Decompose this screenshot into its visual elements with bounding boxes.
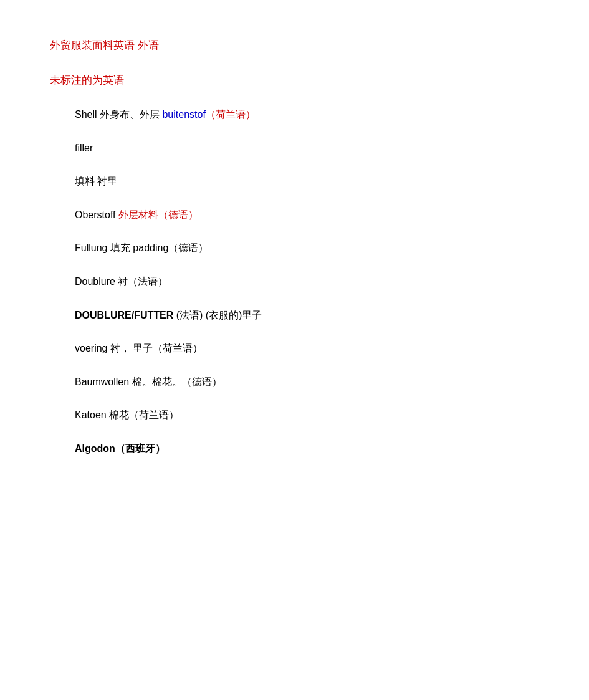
entry-text-lang-label: 外层材料（德语）: [118, 209, 198, 220]
list-item: filler: [75, 140, 539, 156]
list-item: 填料 衬里: [75, 173, 539, 189]
entry-text-en: Oberstoff: [75, 209, 118, 220]
list-item: Baumwollen 棉。棉花。（德语）: [75, 374, 539, 390]
entry-text-foreign: buitenstof: [162, 109, 205, 120]
entry-text-en: Shell: [75, 109, 97, 120]
entry-text-en: Baumwollen 棉。棉花。（德语）: [75, 376, 222, 387]
page-title: 外贸服装面料英语 外语: [50, 37, 539, 54]
entry-list: Shell 外身布、外层 buitenstof（荷兰语）filler填料 衬里O…: [75, 107, 539, 457]
list-item: Algodon（西班牙）: [75, 441, 539, 457]
list-item: Oberstoff 外层材料（德语）: [75, 207, 539, 223]
entry-text-cn: (法语) (衣服的)里子: [173, 310, 262, 320]
list-item: DOUBLURE/FUTTER (法语) (衣服的)里子: [75, 307, 539, 324]
list-item: Fullung 填充 padding（德语）: [75, 240, 539, 256]
list-item: voering 衬， 里子（荷兰语）: [75, 340, 539, 357]
entry-text-en: filler: [75, 143, 93, 153]
entry-text-en-bold: DOUBLURE/FUTTER: [75, 310, 173, 320]
entry-text-en-bold: Algodon（西班牙）: [75, 443, 165, 454]
entry-text-cn: 外身布、外层: [97, 109, 163, 120]
list-item: Katoen 棉花（荷兰语）: [75, 407, 539, 423]
list-item: Doublure 衬（法语）: [75, 274, 539, 290]
list-item: Shell 外身布、外层 buitenstof（荷兰语）: [75, 107, 539, 123]
entry-text-en: voering 衬， 里子（荷兰语）: [75, 343, 203, 353]
entry-text-en: Doublure 衬（法语）: [75, 276, 168, 287]
entry-text-lang-label: （荷兰语）: [206, 109, 256, 120]
subtitle: 未标注的为英语: [50, 72, 539, 89]
entry-text-en: Fullung 填充 padding（德语）: [75, 242, 208, 253]
entry-text-en: Katoen 棉花（荷兰语）: [75, 410, 179, 420]
entry-text-cn: 填料 衬里: [75, 176, 117, 186]
